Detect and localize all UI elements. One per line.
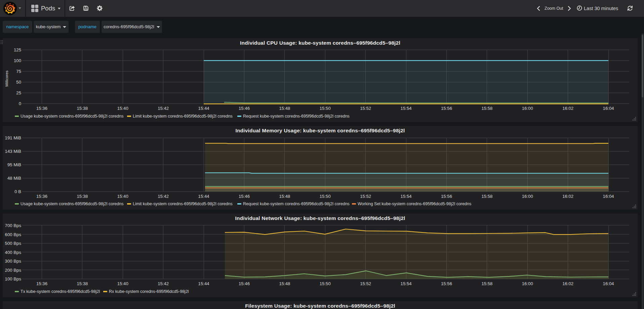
svg-text:16:02: 16:02 bbox=[562, 194, 573, 199]
svg-text:15:56: 15:56 bbox=[441, 194, 452, 199]
svg-text:600 Bps: 600 Bps bbox=[5, 232, 22, 237]
svg-text:15:46: 15:46 bbox=[239, 194, 250, 199]
svg-text:15:40: 15:40 bbox=[117, 194, 128, 199]
svg-text:15:42: 15:42 bbox=[158, 281, 169, 286]
svg-text:15:48: 15:48 bbox=[279, 106, 290, 111]
svg-text:16:02: 16:02 bbox=[562, 106, 573, 111]
svg-text:16:00: 16:00 bbox=[522, 106, 533, 111]
svg-text:15:58: 15:58 bbox=[481, 281, 492, 286]
svg-text:15:46: 15:46 bbox=[239, 281, 250, 286]
svg-text:75: 75 bbox=[16, 69, 21, 74]
svg-text:25: 25 bbox=[16, 90, 21, 95]
svg-text:15:50: 15:50 bbox=[320, 281, 331, 286]
svg-text:15:44: 15:44 bbox=[198, 194, 209, 199]
svg-text:15:44: 15:44 bbox=[198, 106, 209, 111]
svg-text:15:40: 15:40 bbox=[117, 281, 128, 286]
svg-text:15:52: 15:52 bbox=[360, 281, 371, 286]
svg-text:15:56: 15:56 bbox=[441, 281, 452, 286]
svg-text:100 Bps: 100 Bps bbox=[5, 276, 22, 281]
svg-text:15:46: 15:46 bbox=[239, 106, 250, 111]
svg-text:125: 125 bbox=[14, 47, 21, 52]
svg-text:15:36: 15:36 bbox=[36, 281, 47, 286]
svg-text:15:54: 15:54 bbox=[401, 281, 412, 286]
svg-text:95 MiB: 95 MiB bbox=[7, 162, 21, 167]
svg-text:50: 50 bbox=[16, 80, 21, 85]
svg-text:15:36: 15:36 bbox=[36, 106, 47, 111]
svg-text:191 MiB: 191 MiB bbox=[5, 135, 22, 140]
svg-text:15:54: 15:54 bbox=[401, 106, 412, 111]
svg-text:15:40: 15:40 bbox=[117, 106, 128, 111]
svg-text:15:38: 15:38 bbox=[77, 281, 88, 286]
svg-text:16:00: 16:00 bbox=[522, 194, 533, 199]
svg-text:0 B: 0 B bbox=[14, 189, 21, 194]
svg-text:15:44: 15:44 bbox=[198, 281, 209, 286]
svg-text:500 Bps: 500 Bps bbox=[5, 241, 22, 246]
svg-text:400 Bps: 400 Bps bbox=[5, 250, 22, 255]
svg-text:143 MiB: 143 MiB bbox=[5, 149, 22, 154]
svg-text:16:04: 16:04 bbox=[603, 106, 614, 111]
svg-text:0: 0 bbox=[19, 101, 21, 106]
svg-text:200 Bps: 200 Bps bbox=[5, 268, 22, 273]
svg-text:15:48: 15:48 bbox=[279, 281, 290, 286]
svg-text:16:02: 16:02 bbox=[562, 281, 573, 286]
svg-text:15:50: 15:50 bbox=[320, 106, 331, 111]
svg-text:Millicores: Millicores bbox=[5, 71, 9, 87]
svg-text:16:04: 16:04 bbox=[603, 281, 614, 286]
svg-text:15:52: 15:52 bbox=[360, 106, 371, 111]
svg-text:48 MiB: 48 MiB bbox=[7, 176, 21, 181]
svg-text:15:50: 15:50 bbox=[320, 194, 331, 199]
svg-text:15:54: 15:54 bbox=[401, 194, 412, 199]
svg-text:16:00: 16:00 bbox=[522, 281, 533, 286]
svg-text:100: 100 bbox=[14, 58, 21, 63]
svg-text:16:04: 16:04 bbox=[603, 194, 614, 199]
svg-text:15:42: 15:42 bbox=[158, 106, 169, 111]
svg-text:15:42: 15:42 bbox=[158, 194, 169, 199]
svg-text:15:36: 15:36 bbox=[36, 194, 47, 199]
svg-text:700 Bps: 700 Bps bbox=[5, 223, 22, 228]
svg-text:15:38: 15:38 bbox=[77, 194, 88, 199]
svg-text:15:58: 15:58 bbox=[481, 194, 492, 199]
svg-text:15:52: 15:52 bbox=[360, 194, 371, 199]
svg-text:300 Bps: 300 Bps bbox=[5, 259, 22, 264]
svg-text:15:56: 15:56 bbox=[441, 106, 452, 111]
svg-text:15:58: 15:58 bbox=[481, 106, 492, 111]
svg-text:15:38: 15:38 bbox=[77, 106, 88, 111]
svg-text:15:48: 15:48 bbox=[279, 194, 290, 199]
